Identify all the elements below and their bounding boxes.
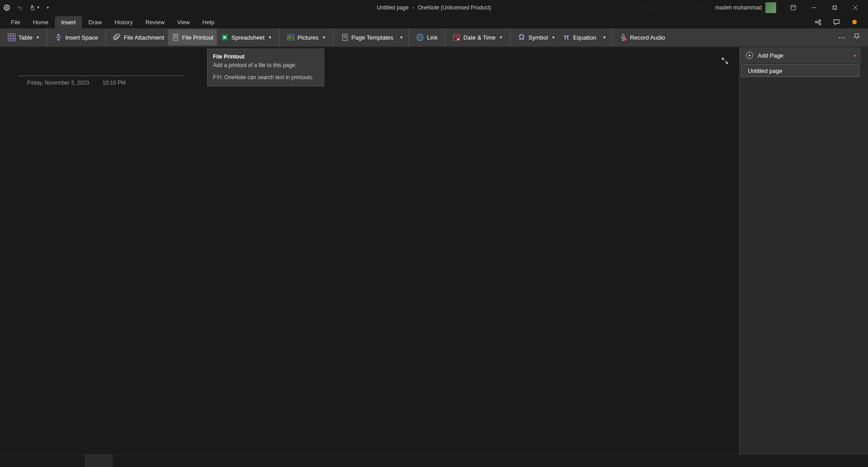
record-audio-label: Record Audio xyxy=(630,34,665,41)
pictures-label: Pictures xyxy=(298,34,319,41)
chevron-down-icon: ▼ xyxy=(602,36,606,40)
more-commands-button[interactable]: ⋯ xyxy=(834,31,850,45)
undo-button[interactable] xyxy=(15,3,24,12)
comments-button[interactable] xyxy=(830,16,843,28)
customize-qat-button[interactable]: ▾ xyxy=(44,3,53,12)
date-time-button[interactable]: Date & Time ▼ xyxy=(449,29,506,45)
svg-rect-30 xyxy=(622,34,624,38)
share-button[interactable] xyxy=(812,16,825,28)
page-list-panel: + Add Page ⬥ Untitled page xyxy=(739,47,861,454)
tab-insert[interactable]: Insert xyxy=(55,16,82,28)
notification-button[interactable] xyxy=(848,16,861,28)
svg-point-31 xyxy=(624,38,627,40)
microphone-icon xyxy=(619,33,627,41)
tab-help[interactable]: Help xyxy=(196,16,221,28)
pin-ribbon-button[interactable] xyxy=(850,31,863,44)
page-templates-dropdown[interactable]: ▼ xyxy=(397,29,405,45)
tab-view[interactable]: View xyxy=(171,16,196,28)
pictures-button[interactable]: Pictures ▼ xyxy=(283,29,330,45)
svg-rect-0 xyxy=(791,5,796,10)
ribbon-group-recording: Record Audio xyxy=(612,28,672,46)
user-name-label[interactable]: madeh muhammad xyxy=(715,4,762,11)
file-attachment-button[interactable]: File Attachment xyxy=(109,29,168,45)
page-title-input[interactable] xyxy=(18,56,185,76)
ribbon-toolbar: Table ▼ Insert Space File Attachment Fil… xyxy=(0,28,868,47)
quick-access-toolbar: ▼ ▾ xyxy=(2,3,53,12)
link-button[interactable]: Link xyxy=(412,29,441,45)
equation-button[interactable]: π Equation xyxy=(559,29,600,45)
tooltip-title: File Printout xyxy=(213,54,318,60)
tooltip-note: FYI: OneNote can search text in printout… xyxy=(213,74,318,81)
chevron-down-icon: ▼ xyxy=(36,36,40,40)
insert-space-button[interactable]: Insert Space xyxy=(51,29,102,45)
ribbon-group-symbols: Ω Symbol ▼ π Equation ▼ xyxy=(511,28,612,46)
ribbon-group-space: Insert Space xyxy=(47,28,106,46)
vertical-scrollbar[interactable] xyxy=(861,47,868,454)
minimize-button[interactable] xyxy=(804,0,824,15)
title-bar: ▼ ▾ Untitled page - OneNote (Unlicensed … xyxy=(0,0,868,15)
svg-rect-7 xyxy=(8,34,15,41)
ribbon-display-button[interactable] xyxy=(783,0,804,15)
ellipsis-icon: ⋯ xyxy=(838,34,845,41)
tab-home[interactable]: Home xyxy=(27,16,55,28)
page-item-label: Untitled page xyxy=(748,67,782,74)
ribbon-group-pages: Page Templates ▼ xyxy=(334,28,409,46)
user-avatar[interactable] xyxy=(765,2,776,13)
decorative-pattern xyxy=(625,0,715,15)
spreadsheet-icon xyxy=(221,33,229,41)
status-segment-1[interactable] xyxy=(0,455,86,467)
table-button[interactable]: Table ▼ xyxy=(4,29,43,45)
expand-page-button[interactable] xyxy=(719,55,730,66)
add-page-button[interactable]: + Add Page ⬥ xyxy=(740,47,861,63)
pin-icon xyxy=(854,33,860,40)
page-list-item[interactable]: Untitled page xyxy=(741,64,859,77)
svg-rect-4 xyxy=(833,5,837,9)
symbol-button[interactable]: Ω Symbol ▼ xyxy=(514,29,559,45)
svg-rect-3 xyxy=(832,6,836,10)
close-button[interactable] xyxy=(845,0,866,15)
status-bar xyxy=(0,454,868,467)
tab-history[interactable]: History xyxy=(108,16,139,28)
tab-bar-right xyxy=(812,16,863,28)
add-page-indicator-icon: ⬥ xyxy=(854,53,856,58)
svg-point-18 xyxy=(289,36,290,37)
title-bar-controls: madeh muhammad xyxy=(715,0,866,15)
window-title: Untitled page - OneNote (Unlicensed Prod… xyxy=(377,4,491,11)
paperclip-icon xyxy=(113,33,121,41)
tab-review[interactable]: Review xyxy=(139,16,171,28)
status-segment-2[interactable] xyxy=(86,455,113,467)
insert-space-label: Insert Space xyxy=(65,34,98,41)
title-separator: - xyxy=(412,4,414,11)
date-time-label: Date & Time xyxy=(463,34,496,41)
page-templates-icon xyxy=(341,33,349,41)
document-title: Untitled page xyxy=(377,4,409,11)
file-printout-button[interactable]: File Printout xyxy=(168,29,217,45)
ribbon-right-controls: ⋯ xyxy=(834,31,866,45)
link-icon xyxy=(416,33,424,41)
spreadsheet-button[interactable]: Spreadsheet ▼ xyxy=(217,29,276,45)
svg-rect-12 xyxy=(173,34,178,40)
back-button[interactable] xyxy=(2,3,11,12)
tab-draw[interactable]: Draw xyxy=(82,16,108,28)
maximize-button[interactable] xyxy=(824,0,845,15)
file-attachment-label: File Attachment xyxy=(124,34,164,41)
spreadsheet-label: Spreadsheet xyxy=(231,34,265,41)
tab-file[interactable]: File xyxy=(5,16,27,28)
touch-mode-dropdown[interactable]: ▼ xyxy=(27,3,40,12)
chevron-down-icon: ▼ xyxy=(400,36,403,40)
page-canvas[interactable]: Friday, November 3, 2023 10:10 PM File P… xyxy=(0,47,739,454)
equation-label: Equation xyxy=(573,34,596,41)
page-date: Friday, November 3, 2023 xyxy=(27,80,89,86)
page-templates-button[interactable]: Page Templates xyxy=(337,29,397,45)
file-printout-tooltip: File Printout Add a printout of a file t… xyxy=(207,49,324,86)
record-audio-button[interactable]: Record Audio xyxy=(615,29,669,45)
insert-space-icon xyxy=(54,33,63,41)
tooltip-description: Add a printout of a file to this page. xyxy=(213,62,318,69)
ribbon-group-tables: Table ▼ xyxy=(2,28,47,46)
ribbon-group-images: Pictures ▼ xyxy=(280,28,334,46)
omega-icon: Ω xyxy=(518,33,526,41)
page-time: 10:10 PM xyxy=(103,80,126,86)
ribbon-tabs: File Home Insert Draw History Review Vie… xyxy=(0,15,868,28)
equation-dropdown[interactable]: ▼ xyxy=(600,29,608,45)
chevron-down-icon: ▼ xyxy=(499,36,503,40)
